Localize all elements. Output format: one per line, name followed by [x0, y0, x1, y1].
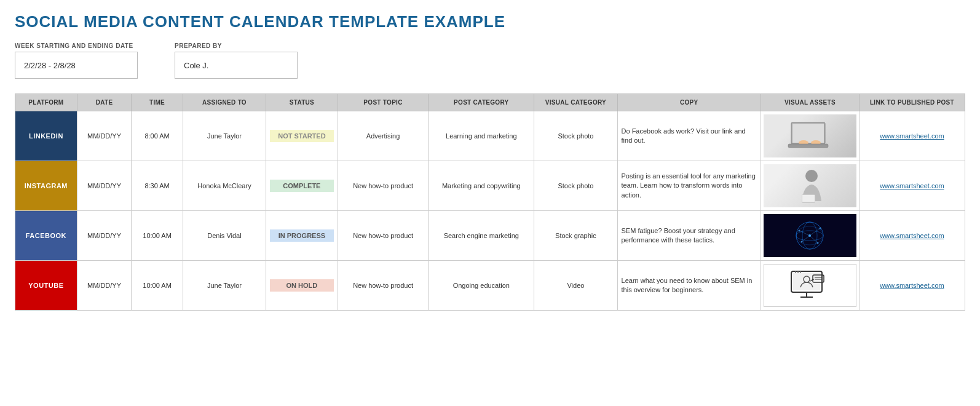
published-post-link[interactable]: www.smartsheet.com: [880, 282, 944, 289]
status-cell: NOT STARTED: [266, 111, 338, 161]
col-time: Time: [132, 94, 183, 111]
link-cell[interactable]: www.smartsheet.com: [859, 211, 965, 261]
time-cell: 8:30 AM: [132, 161, 183, 211]
table-row: YOUTUBEMM/DD/YY10:00 AMJune TaylorON HOL…: [15, 261, 965, 311]
copy-cell: Posting is an essential tool for any mar…: [617, 161, 761, 211]
svg-point-25: [797, 271, 799, 273]
week-label: Week Starting and Ending Date: [15, 42, 138, 49]
status-badge: NOT STARTED: [270, 130, 334, 142]
svg-line-19: [810, 236, 818, 243]
col-link: Link to Published Post: [859, 94, 965, 111]
date-cell: MM/DD/YY: [77, 211, 131, 261]
status-cell: ON HOLD: [266, 261, 338, 311]
visual-category-cell: Stock photo: [534, 161, 617, 211]
status-cell: IN PROGRESS: [266, 211, 338, 261]
status-badge: COMPLETE: [270, 180, 334, 192]
platform-cell-linkedin: LINKEDIN: [15, 111, 77, 161]
week-field: Week Starting and Ending Date 2/2/28 - 2…: [15, 42, 138, 79]
time-cell: 10:00 AM: [132, 261, 183, 311]
date-cell: MM/DD/YY: [77, 261, 131, 311]
content-calendar-table: Platform Date Time Assigned To Status Po…: [15, 94, 965, 311]
topic-cell: New how-to product: [338, 261, 428, 311]
visual-assets-cell: [761, 211, 859, 261]
assigned-cell: June Taylor: [183, 111, 266, 161]
prepared-label: Prepared By: [175, 42, 298, 49]
col-platform: Platform: [15, 94, 77, 111]
table-header-row: Platform Date Time Assigned To Status Po…: [15, 94, 965, 111]
col-assigned: Assigned To: [183, 94, 266, 111]
platform-cell-facebook: FACEBOOK: [15, 211, 77, 261]
link-cell[interactable]: www.smartsheet.com: [859, 161, 965, 211]
visual-category-cell: Stock photo: [534, 111, 617, 161]
woman-image: [764, 164, 856, 207]
topic-cell: New how-to product: [338, 161, 428, 211]
link-cell[interactable]: www.smartsheet.com: [859, 261, 965, 311]
link-cell[interactable]: www.smartsheet.com: [859, 111, 965, 161]
table-row: INSTAGRAMMM/DD/YY8:30 AMHonoka McClearyC…: [15, 161, 965, 211]
week-value: 2/2/28 - 2/8/28: [15, 52, 138, 79]
category-cell: Search engine marketing: [429, 211, 534, 261]
status-cell: COMPLETE: [266, 161, 338, 211]
category-cell: Ongoing education: [429, 261, 534, 311]
published-post-link[interactable]: www.smartsheet.com: [880, 232, 944, 239]
col-status: Status: [266, 94, 338, 111]
svg-rect-7: [802, 195, 815, 202]
copy-cell: SEM fatigue? Boost your strategy and per…: [617, 211, 761, 261]
time-cell: 8:00 AM: [132, 111, 183, 161]
status-badge: IN PROGRESS: [270, 229, 334, 242]
prepared-field: Prepared By Cole J.: [175, 42, 298, 79]
copy-cell: Do Facebook ads work? Visit our link and…: [617, 111, 761, 161]
date-cell: MM/DD/YY: [77, 161, 131, 211]
date-cell: MM/DD/YY: [77, 111, 131, 161]
svg-line-20: [802, 236, 810, 242]
published-post-link[interactable]: www.smartsheet.com: [880, 182, 944, 189]
platform-cell-youtube: YOUTUBE: [15, 261, 77, 311]
platform-cell-instagram: INSTAGRAM: [15, 161, 77, 211]
svg-point-5: [805, 170, 818, 182]
table-row: FACEBOOKMM/DD/YY10:00 AMDenis VidalIN PR…: [15, 211, 965, 261]
visual-assets-cell: [761, 261, 859, 311]
time-cell: 10:00 AM: [132, 211, 183, 261]
assigned-cell: Denis Vidal: [183, 211, 266, 261]
col-topic: Post Topic: [338, 94, 428, 111]
col-copy: Copy: [617, 94, 761, 111]
published-post-link[interactable]: www.smartsheet.com: [880, 132, 944, 140]
svg-rect-4: [788, 144, 828, 148]
copy-cell: Learn what you need to know about SEM in…: [617, 261, 761, 311]
topic-cell: New how-to product: [338, 211, 428, 261]
visual-category-cell: Video: [534, 261, 617, 311]
col-visual-cat: Visual Category: [534, 94, 617, 111]
col-visual-assets: Visual Assets: [761, 94, 859, 111]
assigned-cell: Honoka McCleary: [183, 161, 266, 211]
page-title: Social Media Content Calendar Template E…: [15, 12, 965, 31]
meta-section: Week Starting and Ending Date 2/2/28 - 2…: [15, 42, 965, 79]
col-category: Post Category: [429, 94, 534, 111]
table-row: LINKEDINMM/DD/YY8:00 AMJune TaylorNOT ST…: [15, 111, 965, 161]
globe-image: [764, 214, 856, 257]
prepared-value: Cole J.: [175, 52, 298, 79]
youtube-placeholder-image: [764, 264, 856, 307]
visual-category-cell: Stock graphic: [534, 211, 617, 261]
topic-cell: Advertising: [338, 111, 428, 161]
svg-point-24: [795, 271, 796, 273]
assigned-cell: June Taylor: [183, 261, 266, 311]
category-cell: Marketing and copywriting: [429, 161, 534, 211]
laptop-image: [764, 114, 856, 157]
visual-assets-cell: [761, 111, 859, 161]
col-date: Date: [77, 94, 131, 111]
svg-rect-22: [793, 273, 820, 290]
svg-line-17: [799, 231, 810, 236]
status-badge: ON HOLD: [270, 279, 334, 292]
category-cell: Learning and marketing: [429, 111, 534, 161]
visual-assets-cell: [761, 161, 859, 211]
svg-point-26: [800, 271, 801, 273]
svg-rect-1: [792, 124, 824, 143]
